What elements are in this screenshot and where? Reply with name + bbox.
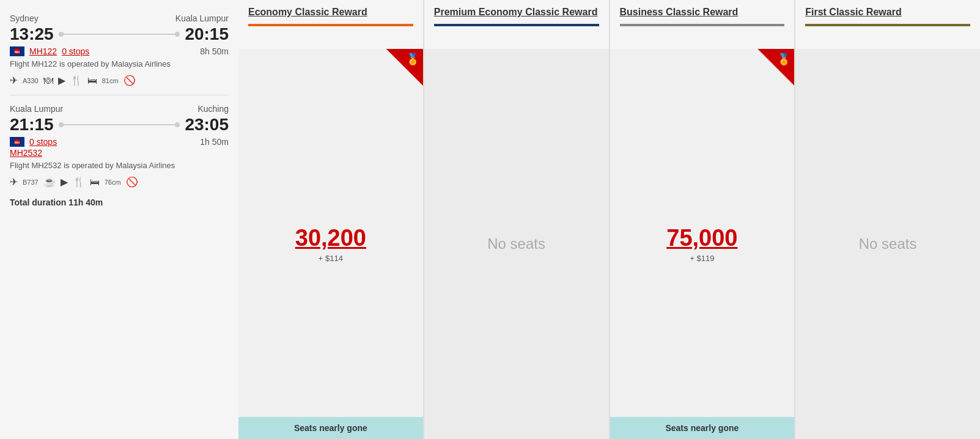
svg-text:MH: MH [15, 141, 20, 144]
entertainment-icon-2: ▶ [61, 176, 68, 188]
business-bar [620, 24, 785, 26]
economy-badge-bg: 🏅 [386, 49, 423, 86]
first-leg-arrival: 20:15 [185, 24, 229, 44]
economy-points[interactable]: 30,200 [295, 225, 366, 251]
aircraft-type-2: B737 [23, 179, 39, 186]
seat-pitch-1: 81cm [102, 77, 119, 84]
second-leg-times: 21:15 23:05 [10, 115, 229, 135]
seat-icon-1: 🛏 [87, 75, 97, 86]
business-reward-badge: 🏅 [757, 49, 794, 86]
business-column: Business Classic Reward 🏅 75,000 + $119 … [610, 0, 795, 439]
no-wifi-icon-2: 🚫 [126, 176, 138, 188]
seat-icon-2: 🛏 [90, 177, 100, 188]
first-leg-duration-bar [61, 34, 178, 35]
entertainment-icon-1: ▶ [58, 75, 65, 86]
second-leg-operator: Flight MH2532 is operated by Malaysia Ai… [10, 160, 229, 171]
business-badge-bg: 🏅 [757, 49, 794, 86]
first-leg-cities: Sydney Kuala Lumpur [10, 13, 229, 23]
economy-surcharge: + $114 [295, 254, 366, 263]
first-leg-origin: Sydney [10, 13, 39, 23]
first-no-seats: No seats [859, 235, 917, 253]
aircraft-icon-1: ✈ [10, 75, 18, 86]
premium-body: No seats [424, 49, 609, 439]
second-leg-arrival: 23:05 [185, 115, 229, 135]
second-leg-meta: MH 0 stops 1h 50m [10, 137, 229, 147]
first-leg-flight-number[interactable]: MH122 [29, 46, 57, 56]
first-leg-duration-line [61, 34, 178, 35]
premium-column: Premium Economy Classic Reward No seats [424, 0, 610, 439]
coffee-icon-2: ☕ [43, 176, 56, 188]
second-leg-duration-line [61, 124, 178, 125]
premium-title: Premium Economy Classic Reward [434, 6, 599, 19]
first-leg-operator: Flight MH122 is operated by Malaysia Air… [10, 59, 229, 70]
first-leg: Sydney Kuala Lumpur 13:25 20:15 MH [10, 13, 229, 86]
second-leg-flight-number[interactable]: MH2532 [10, 148, 229, 158]
economy-reward-badge: 🏅 [386, 49, 423, 86]
economy-badge-icon: 🏅 [406, 53, 419, 66]
business-seats-nearly-gone-button[interactable]: Seats nearly gone [610, 417, 795, 439]
dining-icon-2: 🍴 [73, 176, 85, 188]
economy-column: Economy Classic Reward 🏅 30,200 + $114 S… [238, 0, 424, 439]
economy-title: Economy Classic Reward [248, 6, 413, 19]
svg-text:MH: MH [15, 50, 20, 54]
business-points[interactable]: 75,000 [666, 225, 737, 251]
first-title: First Classic Reward [805, 6, 970, 19]
first-leg-times: 13:25 20:15 [10, 24, 229, 44]
first-header: First Classic Reward [795, 0, 980, 49]
meal-icon-1: 🍽 [43, 75, 53, 86]
first-leg-stops[interactable]: 0 stops [62, 46, 89, 56]
malaysia-airlines-logo-1: MH [10, 46, 24, 56]
flight-divider [10, 95, 229, 95]
business-surcharge: + $119 [666, 254, 737, 263]
economy-header: Economy Classic Reward [238, 0, 423, 49]
first-leg-amenities: ✈ A330 🍽 ▶ 🍴 🛏 81cm 🚫 [10, 75, 229, 86]
first-bar [805, 24, 970, 26]
malaysia-airlines-logo-2: MH [10, 137, 24, 147]
first-body: No seats [795, 49, 980, 439]
second-leg-origin: Kuala Lumpur [10, 104, 63, 114]
premium-header: Premium Economy Classic Reward [424, 0, 609, 49]
premium-bar [434, 24, 599, 26]
first-leg-destination: Kuala Lumpur [175, 13, 229, 23]
first-column: First Classic Reward No seats [795, 0, 980, 439]
second-leg-duration-text: 1h 50m [200, 137, 229, 147]
business-price-block: 75,000 + $119 [666, 225, 737, 263]
second-leg-duration-bar [61, 124, 178, 125]
second-leg: Kuala Lumpur Kuching 21:15 23:05 MH [10, 104, 229, 188]
total-duration: Total duration 11h 40m [10, 197, 229, 207]
seat-pitch-2: 76cm [105, 179, 121, 186]
first-leg-duration-text: 8h 50m [200, 46, 229, 56]
no-wifi-icon-1: 🚫 [123, 75, 136, 86]
aircraft-type-1: A330 [23, 77, 39, 84]
first-leg-meta: MH MH122 0 stops 8h 50m [10, 46, 229, 56]
economy-bar [248, 24, 413, 26]
second-leg-cities: Kuala Lumpur Kuching [10, 104, 229, 114]
business-body[interactable]: 🏅 75,000 + $119 Seats nearly gone [610, 49, 795, 439]
economy-seats-nearly-gone-button[interactable]: Seats nearly gone [238, 417, 423, 439]
dining-icon-1: 🍴 [70, 75, 83, 86]
business-header: Business Classic Reward [610, 0, 795, 49]
premium-no-seats: No seats [487, 235, 545, 253]
second-leg-destination: Kuching [197, 104, 229, 114]
second-leg-stops[interactable]: 0 stops [29, 137, 57, 147]
first-leg-departure: 13:25 [10, 24, 54, 44]
economy-body[interactable]: 🏅 30,200 + $114 Seats nearly gone [238, 49, 423, 439]
second-leg-amenities: ✈ B737 ☕ ▶ 🍴 🛏 76cm 🚫 [10, 176, 229, 188]
second-leg-departure: 21:15 [10, 115, 54, 135]
business-badge-icon: 🏅 [777, 53, 790, 66]
aircraft-icon-2: ✈ [10, 176, 18, 188]
flight-info-panel: Sydney Kuala Lumpur 13:25 20:15 MH [0, 0, 238, 439]
economy-price-block: 30,200 + $114 [295, 225, 366, 263]
business-title: Business Classic Reward [620, 6, 785, 19]
